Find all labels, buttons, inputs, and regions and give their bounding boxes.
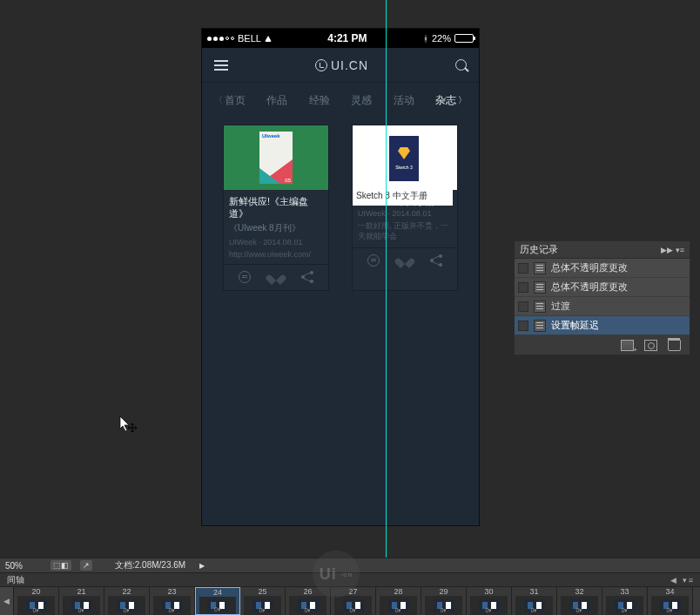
preview-mode-icon[interactable]: ⬚◧ [50, 560, 71, 571]
history-panel: 历史记录 ▶▶ ▾≡ 总体不透明度更改总体不透明度更改过渡设置帧延迟 [514, 240, 690, 355]
frame-delay-icon: 0▾ [240, 607, 285, 614]
document-icon [534, 262, 546, 274]
history-row[interactable]: 总体不透明度更改 [515, 278, 690, 297]
history-row[interactable]: 过渡 [515, 297, 690, 316]
heart-icon[interactable] [270, 271, 282, 283]
frame-delay-icon: 0▾ [104, 607, 149, 614]
frame-delay-icon: 0▾ [286, 607, 330, 614]
share-icon[interactable] [301, 271, 313, 283]
frame-delay-icon: 0▾ [14, 607, 58, 614]
magazine-thumb-icon: UIweek 05 [259, 132, 293, 184]
history-visibility-toggle[interactable] [518, 263, 528, 274]
export-icon[interactable]: ↗ [80, 560, 92, 571]
timeline-frame[interactable]: 290▾ [421, 587, 467, 615]
frame-delay-icon: 0▾ [150, 607, 194, 614]
card-2-overlay: Sketch 3 Sketch 3 中文手册 [353, 125, 453, 206]
nav-activity[interactable]: 活动 [394, 93, 414, 108]
frame-delay-icon: 0▾ [196, 606, 239, 613]
vertical-guide-line[interactable] [386, 0, 387, 558]
timeline-frame[interactable]: 210▾ [59, 587, 104, 615]
timeline-frame[interactable]: 300▾ [467, 587, 512, 615]
share-icon[interactable] [430, 254, 442, 267]
card-1-link: http://www.uiweek.com/ [224, 250, 328, 264]
book-thumb-icon: Sketch 3 [389, 136, 419, 181]
new-document-icon[interactable] [621, 340, 634, 351]
statusbar-left: BELL [207, 33, 272, 44]
nav-insp[interactable]: 灵感 [351, 93, 372, 108]
timeline-frame[interactable]: 340▾ [648, 587, 693, 615]
nav-works[interactable]: 作品 [266, 93, 287, 108]
timeline-tab-label[interactable]: 间轴 [0, 574, 31, 586]
logo-icon [315, 59, 327, 71]
card-1-meta: UIWeek · 2014.08.01 [224, 238, 328, 250]
timeline-frame[interactable]: 230▾ [150, 587, 195, 615]
nav-magazine[interactable]: 杂志〉 [435, 93, 467, 108]
history-row-label: 过渡 [551, 300, 570, 313]
play-icon[interactable]: ▶ [199, 562, 205, 570]
frame-number: 30 [467, 587, 511, 596]
frame-number: 24 [196, 588, 239, 597]
timeline-frame[interactable]: 250▾ [240, 587, 286, 615]
card-2[interactable]: Sketch 3 Sketch 3 中文手册 Sketck 3 中文手册 UIW… [352, 125, 458, 291]
timeline-frame[interactable]: 200▾ [14, 587, 59, 615]
document-icon [534, 301, 546, 313]
comment-icon[interactable] [239, 271, 251, 283]
zoom-level[interactable]: 50% [5, 561, 42, 571]
history-panel-tab[interactable]: 历史记录 ▶▶ ▾≡ [515, 241, 690, 259]
heart-icon[interactable] [399, 254, 411, 267]
history-visibility-toggle[interactable] [518, 321, 528, 331]
frame-delay-icon: 0▾ [331, 607, 375, 614]
timeline-frame[interactable]: 330▾ [602, 587, 648, 615]
logo-text: UI.CN [331, 58, 368, 72]
frame-delay-icon: 0▾ [376, 607, 421, 614]
carrier-label: BELL [238, 33, 261, 44]
frame-delay-icon: 0▾ [59, 607, 104, 614]
card-1-actions [224, 264, 328, 290]
timeline-scroll-left[interactable]: ◀ [0, 587, 14, 615]
document-size: 文档:2.08M/23.6M [115, 559, 185, 571]
timeline-frame[interactable]: 310▾ [512, 587, 557, 615]
battery-icon [454, 34, 474, 43]
nav-exp[interactable]: 经验 [309, 93, 330, 108]
chevron-right-icon: 〉 [458, 94, 467, 106]
signal-dots-icon [207, 37, 234, 41]
history-tab-label: 历史记录 [520, 243, 558, 256]
bluetooth-icon: ᚼ [423, 34, 428, 44]
frame-delay-icon: 0▾ [512, 607, 556, 614]
frame-number: 21 [59, 587, 104, 596]
document-icon [534, 320, 546, 332]
menu-icon[interactable] [214, 60, 228, 71]
card-1-title: 新鲜供应!《主编盘道》 [224, 190, 328, 222]
frame-number: 29 [421, 587, 466, 596]
trash-icon[interactable] [668, 340, 681, 351]
history-visibility-toggle[interactable] [518, 282, 528, 293]
frame-delay-icon: 0▾ [602, 607, 647, 614]
panel-menu-icon[interactable]: ◀ ▾≡ [665, 576, 700, 585]
card-1[interactable]: UIweek 05 新鲜供应!《主编盘道》 《UIweek 8月刊》 UIWee… [223, 125, 329, 291]
frame-delay-icon: 0▾ [421, 607, 466, 614]
history-footer [515, 335, 690, 355]
frame-delay-icon: 0▾ [557, 607, 602, 614]
history-row[interactable]: 设置帧延迟 [515, 316, 690, 335]
nav-home[interactable]: 〈首页 [214, 93, 246, 108]
card-1-subtitle: 《UIweek 8月刊》 [224, 222, 328, 238]
history-row-label: 总体不透明度更改 [551, 261, 628, 274]
timeline-frame[interactable]: 320▾ [557, 587, 602, 615]
frame-number: 31 [512, 587, 556, 596]
watermark-logo: Ui·cn [313, 551, 360, 598]
history-row[interactable]: 总体不透明度更改 [515, 259, 690, 278]
comment-icon[interactable] [367, 254, 380, 267]
card-1-cover: UIweek 05 [224, 125, 328, 190]
frame-number: 20 [14, 587, 58, 596]
chevron-left-icon: 〈 [214, 94, 223, 106]
timeline-frame[interactable]: 280▾ [376, 587, 421, 615]
timeline-frame[interactable]: 240▾ [195, 587, 240, 615]
overlay-caption: Sketch 3 中文手册 [356, 190, 427, 202]
timeline-frame[interactable]: 220▾ [104, 587, 150, 615]
frame-number: 23 [150, 587, 194, 596]
document-icon [534, 281, 546, 294]
panel-controls[interactable]: ▶▶ ▾≡ [661, 246, 684, 254]
search-icon[interactable] [455, 59, 467, 71]
history-visibility-toggle[interactable] [518, 301, 528, 312]
camera-icon[interactable] [644, 340, 657, 351]
